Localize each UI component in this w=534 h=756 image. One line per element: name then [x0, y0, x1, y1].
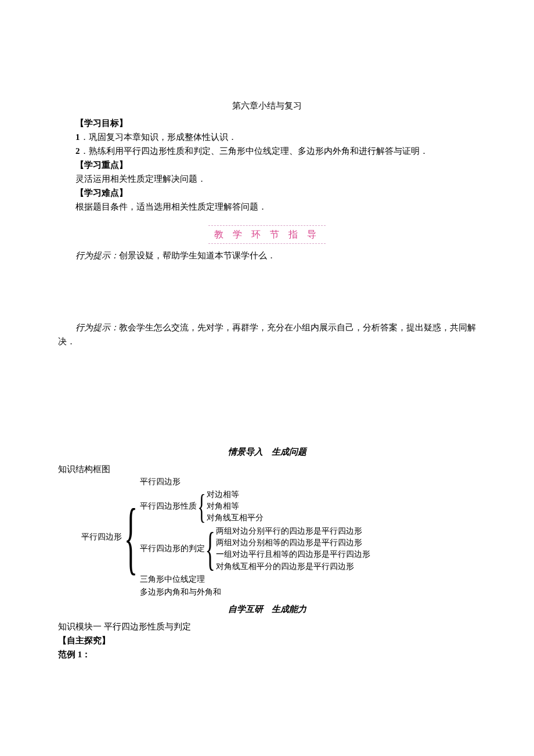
tree-c3-node: 平行四边形的判定 { 两组对边分别平行的四边形是平行四边形 两组对边分别相等的四…	[140, 525, 370, 573]
page-title: 第六章小结与复习	[58, 99, 476, 113]
num-1: 1	[75, 132, 80, 142]
tree-c3: 平行四边形的判定	[140, 543, 205, 555]
tree-level1: 平行四边形 平行四边形性质 { 对边相等 对角相等 对角线互相平分 平行四边形的…	[140, 476, 370, 599]
tree-c4: 三角形中位线定理	[140, 574, 370, 585]
tree-c2-1: 对边相等	[207, 489, 264, 501]
objective-2-text: ．熟练利用平行四边形性质和判定、三角形中位线定理、多边形内外角和进行解答与证明．	[80, 146, 428, 156]
module-1: 知识模块一 平行四边形性质与判定	[58, 620, 476, 633]
banner-wrap: 教 学 环 节 指 导	[58, 225, 476, 244]
selfstudy-label: 【自主探究】	[58, 633, 476, 647]
tree-c3-2: 两组对边分别相等的四边形是平行四边形	[216, 537, 370, 549]
tree-root: 平行四边形	[81, 531, 122, 543]
difficulty-label: 【学习难点】	[58, 186, 476, 200]
section-a-heading: 情景导入 生成问题	[58, 445, 476, 459]
label-objective: 【学习目标】	[75, 118, 128, 128]
tree-c2-2: 对角相等	[207, 501, 264, 512]
section-b-heading: 自学互研 生成能力	[58, 602, 476, 616]
tree-c2-node: 平行四边形性质 { 对边相等 对角相等 对角线互相平分	[140, 489, 370, 524]
objective-1-text: ．巩固复习本章知识，形成整体性认识．	[80, 132, 237, 142]
structure-title: 知识结构框图	[58, 462, 476, 476]
tree-c2: 平行四边形性质	[140, 501, 197, 512]
objective-2: 2．熟练利用平行四边形性质和判定、三角形中位线定理、多边形内外角和进行解答与证明…	[58, 144, 476, 158]
tree-c5: 多边形内角和与外角和	[140, 586, 370, 598]
tree-c3-children: 两组对边分别平行的四边形是平行四边形 两组对边分别相等的四边形是平行四边形 一组…	[216, 525, 370, 573]
tip1-text: 创景设疑，帮助学生知道本节课学什么．	[119, 251, 276, 260]
tip-1: 行为提示：创景设疑，帮助学生知道本节课学什么．	[58, 249, 476, 262]
difficulty-text: 根据题目条件，适当选用相关性质定理解答问题．	[58, 200, 476, 214]
tip2-label: 行为提示：	[75, 323, 119, 332]
label-difficulty: 【学习难点】	[75, 188, 128, 197]
keypoint-text: 灵活运用相关性质定理解决问题．	[58, 172, 476, 186]
label-keypoint: 【学习重点】	[75, 160, 128, 170]
example-1: 范例 1：	[58, 647, 476, 661]
tip2-text: 教会学生怎么交流，先对学，再群学，充分在小组内展示自己，分析答案，提出疑惑，共同…	[58, 323, 476, 346]
tree-c3-1: 两组对边分别平行的四边形是平行四边形	[216, 525, 370, 537]
tree-c2-children: 对边相等 对角相等 对角线互相平分	[207, 489, 264, 524]
example-label: 范例 1：	[58, 650, 91, 659]
knowledge-tree: 平行四边形 { 平行四边形 平行四边形性质 { 对边相等 对角相等 对角线互相平…	[81, 476, 476, 599]
tree-c2-3: 对角线互相平分	[207, 512, 264, 524]
teaching-banner: 教 学 环 节 指 导	[208, 225, 326, 244]
objective-1: 1．巩固复习本章知识，形成整体性认识．	[58, 130, 476, 144]
tree-c3-3: 一组对边平行且相等的四边形是平行四边形	[216, 549, 370, 560]
tip1-label: 行为提示：	[75, 251, 119, 260]
num-2: 2	[75, 146, 80, 156]
tip-2: 行为提示：教会学生怎么交流，先对学，再群学，充分在小组内展示自己，分析答案，提出…	[58, 321, 476, 348]
keypoint-label: 【学习重点】	[58, 158, 476, 172]
tree-c3-4: 对角线互相平分的四边形是平行四边形	[216, 561, 370, 573]
tree-c1: 平行四边形	[140, 476, 370, 488]
label-selfstudy: 【自主探究】	[58, 636, 110, 645]
objective-label: 【学习目标】	[58, 116, 476, 130]
